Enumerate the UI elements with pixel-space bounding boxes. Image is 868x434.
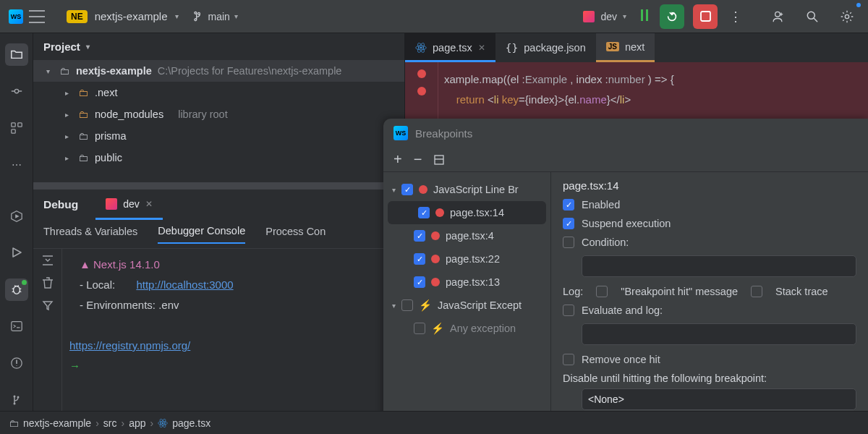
clear-button[interactable] — [42, 276, 54, 289]
prop-label: Evaluate and log: — [582, 305, 663, 316]
tree-root[interactable]: ▾ 🗀 nextjs-example C:\Projects for Featu… — [33, 60, 404, 82]
project-tool-button[interactable] — [5, 43, 28, 66]
run-config-selector[interactable]: dev ▾ — [583, 11, 626, 22]
main-menu-button[interactable] — [29, 10, 45, 23]
console-link[interactable]: http://localhost:3000 — [136, 278, 233, 291]
search-everywhere-button[interactable] — [800, 4, 825, 29]
debug-subtab-console[interactable]: Debugger Console — [158, 225, 245, 244]
filter-button[interactable] — [42, 299, 54, 311]
tree-item[interactable]: ▸🗀node_modules library root — [33, 103, 404, 125]
condition-input[interactable] — [582, 255, 856, 277]
run-config-name: dev — [600, 11, 617, 22]
svg-point-3 — [14, 89, 18, 93]
prop-label: Log: — [563, 286, 583, 297]
breakpoint-icon[interactable] — [417, 69, 426, 78]
structure-tool-button[interactable] — [5, 117, 28, 140]
stop-button[interactable] — [693, 4, 718, 29]
group-by-button[interactable] — [433, 154, 445, 166]
folder-icon — [10, 48, 23, 61]
scroll-to-end-button[interactable] — [41, 255, 54, 266]
console-line: Next.js 14.1.0 — [90, 258, 160, 271]
checkbox[interactable]: ✓ — [418, 207, 430, 218]
checkbox[interactable] — [401, 299, 413, 311]
close-icon[interactable]: ✕ — [478, 43, 485, 53]
git-branch-switcher[interactable]: main ▾ — [193, 11, 238, 22]
project-tree[interactable]: ▾ 🗀 nextjs-example C:\Projects for Featu… — [33, 60, 404, 169]
eval-log-input[interactable] — [582, 323, 856, 345]
crumb[interactable]: page.tsx — [172, 417, 210, 429]
checkbox[interactable] — [563, 354, 574, 365]
editor-tab-page[interactable]: page.tsx ✕ — [405, 33, 495, 62]
tree-item[interactable]: ▸🗀.next — [33, 82, 404, 103]
bp-item[interactable]: ⚡Any exception — [383, 317, 550, 340]
checkbox[interactable]: ✓ — [563, 199, 574, 210]
branch-name: main — [208, 11, 230, 22]
debug-tool-button[interactable] — [5, 278, 28, 301]
vcs-tool-button[interactable] — [5, 388, 28, 411]
terminal-tool-button[interactable] — [5, 315, 28, 338]
services-tool-button[interactable] — [5, 205, 28, 227]
editor-tab-package[interactable]: {} package.json — [495, 33, 596, 62]
bp-group[interactable]: ▾ ✓ JavaScript Line Br — [383, 178, 550, 201]
breadcrumb[interactable]: 🗀 nextjs-example› src› app› page.tsx — [0, 411, 868, 434]
checkbox[interactable]: ✓ — [414, 230, 425, 242]
chevron-right-icon: ▸ — [65, 132, 72, 140]
crumb[interactable]: nextjs-example — [23, 417, 91, 429]
npm-icon — [106, 198, 117, 210]
problems-tool-button[interactable] — [5, 352, 28, 374]
checkbox[interactable]: ✓ — [414, 253, 425, 265]
more-tools-button[interactable]: ⋯ — [5, 153, 28, 176]
debug-subtab-threads[interactable]: Threads & Variables — [43, 226, 137, 243]
more-actions-button[interactable]: ⋮ — [723, 4, 748, 29]
disable-until-select[interactable] — [582, 388, 856, 410]
checkbox[interactable] — [596, 286, 608, 297]
rerun-button[interactable] — [660, 4, 684, 29]
bp-item[interactable]: ✓page.tsx:22 — [383, 247, 550, 271]
checkbox[interactable]: ✓ — [563, 218, 574, 229]
checkbox[interactable] — [563, 305, 574, 316]
code-with-me-button[interactable] — [765, 4, 790, 29]
debug-session-tab[interactable]: dev ✕ — [95, 190, 163, 220]
checkbox[interactable] — [563, 237, 574, 248]
checkbox[interactable] — [414, 323, 425, 334]
checkbox[interactable]: ✓ — [401, 184, 413, 195]
lightning-icon: ⚡ — [419, 299, 432, 312]
lightning-icon: ⚡ — [431, 323, 444, 335]
pause-button[interactable] — [639, 9, 650, 23]
chevron-down-icon: ▾ — [234, 12, 238, 20]
bp-group[interactable]: ▾ ⚡ JavaScript Except — [383, 294, 550, 317]
bp-item[interactable]: ✓page.tsx:14 — [388, 201, 546, 224]
crumb[interactable]: app — [129, 417, 145, 429]
commit-tool-button[interactable] — [5, 80, 28, 103]
remove-button[interactable]: − — [414, 151, 422, 168]
settings-button[interactable] — [835, 4, 859, 29]
webstorm-logo-icon: WS — [393, 126, 408, 140]
scrollbar[interactable] — [33, 182, 404, 190]
breakpoint-icon[interactable] — [417, 87, 426, 95]
bp-item[interactable]: ✓page.tsx:13 — [383, 271, 550, 294]
tree-item[interactable]: ▸🗀prisma — [33, 125, 404, 147]
svg-rect-20 — [435, 156, 443, 164]
tree-path: C:\Projects for Features\nextjs-example — [158, 65, 342, 77]
tree-label: .next — [95, 87, 117, 98]
checkbox[interactable]: ✓ — [414, 276, 425, 288]
checkbox[interactable] — [751, 286, 762, 297]
breakpoints-dialog: WS Breakpoints + − ▾ ✓ JavaScript Line B… — [383, 119, 868, 434]
editor-tab-next[interactable]: JS next — [596, 33, 655, 62]
debug-subtab-process[interactable]: Process Con — [265, 226, 326, 243]
project-panel-header[interactable]: Project ▾ — [33, 33, 404, 60]
tree-label: node_modules — [95, 109, 163, 120]
chevron-down-icon: ▾ — [175, 12, 179, 20]
branch-icon — [193, 11, 204, 22]
prop-label: Remove once hit — [582, 354, 660, 365]
project-switcher[interactable]: NE nextjs-example ▾ — [67, 10, 179, 23]
add-button[interactable]: + — [393, 151, 402, 168]
run-tool-button[interactable] — [5, 242, 28, 264]
svg-point-13 — [13, 395, 15, 397]
crumb[interactable]: src — [103, 417, 117, 429]
bp-tree[interactable]: ▾ ✓ JavaScript Line Br ✓page.tsx:14 ✓pag… — [383, 172, 551, 434]
dialog-titlebar[interactable]: WS Breakpoints — [383, 119, 868, 148]
bp-item[interactable]: ✓page.tsx:4 — [383, 224, 550, 247]
tree-item[interactable]: ▸🗀public — [33, 147, 404, 169]
close-icon[interactable]: ✕ — [145, 199, 153, 209]
